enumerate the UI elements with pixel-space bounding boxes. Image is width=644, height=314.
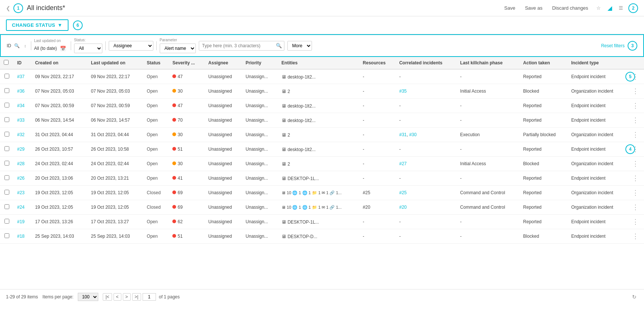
row-checkbox-cell[interactable] (0, 142, 13, 157)
assignee-filter-select[interactable]: Assignee (109, 41, 153, 51)
row-menu-cell[interactable]: ⋮ (627, 157, 644, 171)
row-menu-cell[interactable]: 4 ⋮ (627, 142, 644, 157)
row-checkbox[interactable] (4, 132, 9, 137)
row-checkbox[interactable] (4, 204, 9, 209)
col-priority[interactable]: Priority (242, 57, 278, 69)
incident-id-link[interactable]: #36 (17, 89, 25, 94)
row-menu-cell[interactable]: ⋮ (627, 113, 644, 128)
row-checkbox[interactable] (4, 74, 9, 78)
select-all-header[interactable] (0, 57, 13, 69)
row-more-menu-icon[interactable]: ⋮ (632, 233, 639, 240)
items-per-page-select[interactable]: 100 50 25 (78, 293, 98, 301)
incident-id-link[interactable]: #34 (17, 103, 25, 108)
row-more-menu-icon[interactable]: ⋮ (632, 116, 639, 124)
row-more-menu-icon[interactable]: ⋮ (632, 218, 639, 225)
more-filter-select[interactable]: More (287, 41, 312, 51)
col-action[interactable]: Action taken (519, 57, 567, 69)
incident-id-link[interactable]: #23 (17, 190, 25, 195)
last-updated-calendar-icon[interactable]: 📅 (58, 44, 68, 53)
row-checkbox-cell[interactable] (0, 84, 13, 99)
row-checkbox[interactable] (4, 161, 9, 166)
last-page-button[interactable]: >| (132, 293, 141, 301)
row-checkbox-cell[interactable] (0, 200, 13, 215)
col-severity[interactable]: Severity ... (169, 57, 204, 69)
row-menu-cell[interactable]: ⋮ (627, 84, 644, 99)
row-checkbox[interactable] (4, 103, 9, 108)
incident-id-link[interactable]: #32 (17, 132, 25, 137)
id-search-icon[interactable]: 🔍 (13, 42, 21, 50)
row-checkbox[interactable] (4, 146, 9, 151)
next-page-button[interactable]: > (123, 293, 131, 301)
col-id[interactable]: ID (13, 57, 31, 69)
col-created[interactable]: Created on (31, 57, 87, 69)
reset-filters-button[interactable]: Reset filters (601, 43, 625, 48)
col-correlated[interactable]: Correlated incidents (395, 57, 456, 69)
row-checkbox[interactable] (4, 88, 9, 93)
incident-id-link[interactable]: #28 (17, 161, 25, 166)
correlated-link[interactable]: #35 (399, 89, 407, 94)
refresh-icon[interactable]: ↻ (631, 292, 638, 301)
search-input[interactable] (199, 41, 274, 50)
incident-id-link[interactable]: #29 (17, 147, 25, 152)
col-type[interactable]: Incident type (568, 57, 627, 69)
col-assignee[interactable]: Assignee (205, 57, 242, 69)
row-checkbox-cell[interactable] (0, 128, 13, 142)
row-more-menu-icon[interactable]: ⋮ (632, 131, 639, 138)
row-checkbox-cell[interactable] (0, 99, 13, 113)
row-checkbox[interactable] (4, 117, 9, 122)
col-entities[interactable]: Entities (278, 57, 359, 69)
col-resources[interactable]: Resources (359, 57, 396, 69)
settings-icon[interactable]: ☰ (617, 4, 625, 12)
col-updated[interactable]: Last updated on (87, 57, 143, 69)
parameter-filter-select[interactable]: Alert name (160, 44, 196, 53)
row-checkbox-cell[interactable] (0, 157, 13, 171)
page-number-input[interactable] (143, 293, 156, 301)
row-menu-cell[interactable]: ⋮ (627, 186, 644, 200)
row-menu-cell[interactable]: ⋮ (627, 171, 644, 186)
first-page-button[interactable]: |< (103, 293, 112, 301)
id-sort-icon[interactable]: ↕ (23, 42, 28, 49)
correlated-link[interactable]: #20 (399, 205, 407, 210)
row-checkbox-cell[interactable] (0, 171, 13, 186)
incident-id-link[interactable]: #26 (17, 176, 25, 181)
row-checkbox[interactable] (4, 175, 9, 180)
change-status-button[interactable]: CHANGE STATUS ▼ (6, 19, 68, 31)
correlated-link[interactable]: #25 (399, 190, 407, 195)
correlated-link[interactable]: #30 (409, 132, 417, 137)
row-checkbox[interactable] (4, 233, 9, 238)
row-checkbox[interactable] (4, 190, 9, 195)
row-checkbox-cell[interactable] (0, 215, 13, 229)
filter-icon[interactable]: ◢ (606, 3, 613, 13)
save-button[interactable]: Save (501, 4, 519, 12)
row-checkbox-cell[interactable] (0, 69, 13, 84)
row-more-menu-icon[interactable]: ⋮ (632, 87, 639, 95)
save-as-button[interactable]: Save as (522, 4, 545, 12)
row-menu-cell[interactable]: ⋮ (627, 215, 644, 229)
row-more-menu-icon[interactable]: ⋮ (632, 189, 639, 196)
row-menu-cell[interactable]: ⋮ (627, 128, 644, 142)
back-icon[interactable]: ❮ (6, 5, 10, 11)
incident-id-link[interactable]: #37 (17, 74, 25, 79)
row-checkbox-cell[interactable] (0, 186, 13, 200)
row-menu-cell[interactable]: ⋮ (627, 229, 644, 244)
incident-id-link[interactable]: #19 (17, 219, 25, 224)
incident-id-link[interactable]: #33 (17, 118, 25, 123)
incident-id-link[interactable]: #24 (17, 205, 25, 210)
row-menu-cell[interactable]: ⋮ (627, 200, 644, 215)
row-more-menu-icon[interactable]: ⋮ (632, 174, 639, 182)
incident-id-link[interactable]: #18 (17, 234, 25, 239)
row-checkbox[interactable] (4, 219, 9, 224)
col-killchain[interactable]: Last killchain phase (456, 57, 519, 69)
select-all-checkbox[interactable] (4, 60, 9, 65)
row-checkbox-cell[interactable] (0, 113, 13, 128)
row-more-menu-icon[interactable]: ⋮ (632, 102, 639, 109)
prev-page-button[interactable]: < (114, 293, 121, 301)
discard-button[interactable]: Discard changes (549, 4, 591, 12)
row-menu-cell[interactable]: 5 ⋮ (627, 69, 644, 84)
col-status[interactable]: Status (143, 57, 169, 69)
row-more-menu-icon[interactable]: ⋮ (632, 160, 639, 167)
row-checkbox-cell[interactable] (0, 229, 13, 244)
row-menu-cell[interactable]: ⋮ (627, 99, 644, 113)
star-icon[interactable]: ☆ (595, 4, 602, 12)
row-more-menu-icon[interactable]: ⋮ (632, 204, 639, 211)
